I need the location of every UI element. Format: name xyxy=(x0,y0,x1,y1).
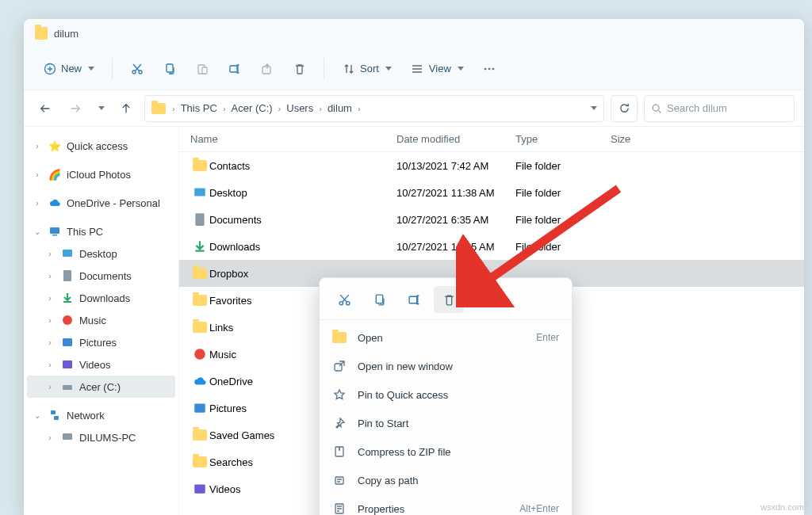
sidebar-item-desktop[interactable]: ›Desktop xyxy=(27,242,175,265)
col-size[interactable]: Size xyxy=(611,133,674,145)
properties-icon xyxy=(332,502,347,515)
view-icon xyxy=(411,62,424,75)
sidebar-item-onedrive[interactable]: ›OneDrive - Personal xyxy=(27,192,175,214)
row-icon xyxy=(190,456,209,467)
breadcrumb-seg[interactable]: This PC xyxy=(178,101,220,116)
share-button[interactable] xyxy=(252,55,282,82)
star-icon: ⭐ xyxy=(48,139,62,153)
breadcrumb-seg[interactable]: Acer (C:) xyxy=(229,101,275,116)
copy-button[interactable] xyxy=(155,55,184,82)
cut-button[interactable] xyxy=(122,55,151,82)
sort-button[interactable]: Sort xyxy=(334,55,400,82)
pictures-icon xyxy=(60,335,75,349)
ctx-zip[interactable]: Compress to ZIP file xyxy=(320,437,572,466)
ctx-open[interactable]: OpenEnter xyxy=(320,323,572,352)
row-icon xyxy=(190,482,209,496)
ctx-copy-button[interactable] xyxy=(364,286,394,313)
row-name: Downloads xyxy=(209,241,396,253)
chevron-right-icon: › xyxy=(172,104,175,113)
col-type[interactable]: Type xyxy=(515,133,611,145)
sidebar-item-acer[interactable]: ›Acer (C:) xyxy=(27,376,175,398)
sidebar-item-quick-access[interactable]: ›⭐Quick access xyxy=(27,135,175,157)
history-button[interactable] xyxy=(94,97,108,120)
ctx-pin-quick[interactable]: Pin to Quick access xyxy=(320,380,572,409)
window-title: dilum xyxy=(54,28,79,40)
row-icon xyxy=(190,295,209,306)
sidebar-item-downloads[interactable]: ›Downloads xyxy=(27,287,175,309)
table-row[interactable]: Contacts 10/13/2021 7:42 AM File folder xyxy=(179,152,804,179)
drive-icon xyxy=(60,380,75,394)
svg-point-11 xyxy=(653,105,659,111)
sidebar-item-icloud[interactable]: ›🌈iCloud Photos xyxy=(27,163,175,185)
row-icon xyxy=(190,401,209,415)
sidebar-item-music[interactable]: ›Music xyxy=(27,309,175,331)
ctx-open-new-window[interactable]: Open in new window xyxy=(320,352,572,380)
sidebar-item-network[interactable]: ⌄Network xyxy=(27,404,175,426)
plus-icon xyxy=(43,62,56,75)
rename-button[interactable] xyxy=(220,55,249,82)
ctx-copy-path[interactable]: Copy as path xyxy=(320,466,572,494)
refresh-button[interactable] xyxy=(611,95,638,122)
sidebar-item-pictures[interactable]: ›Pictures xyxy=(27,331,175,353)
search-icon xyxy=(651,103,662,114)
svg-rect-7 xyxy=(262,67,270,74)
svg-rect-19 xyxy=(63,385,72,390)
col-name[interactable]: Name xyxy=(190,133,396,145)
more-button[interactable] xyxy=(475,55,504,82)
svg-rect-31 xyxy=(409,296,417,303)
zip-icon xyxy=(332,445,347,458)
share-icon xyxy=(260,62,274,75)
svg-rect-5 xyxy=(202,67,207,74)
search-input[interactable]: Search dilum xyxy=(644,95,795,122)
back-button[interactable] xyxy=(33,97,57,120)
paste-button[interactable] xyxy=(187,55,216,82)
breadcrumb-seg[interactable]: dilum xyxy=(325,101,354,116)
trash-icon xyxy=(293,62,306,75)
ctx-pin-start[interactable]: Pin to Start xyxy=(320,409,572,437)
sidebar-item-videos[interactable]: ›Videos xyxy=(27,353,175,376)
ctx-rename-button[interactable] xyxy=(399,286,429,313)
folder-icon xyxy=(332,332,347,343)
svg-point-28 xyxy=(339,301,343,304)
delete-button[interactable] xyxy=(285,55,314,82)
icloud-icon: 🌈 xyxy=(48,167,62,181)
view-button[interactable]: View xyxy=(403,55,472,82)
sidebar-item-dilumspc[interactable]: ›DILUMS-PC xyxy=(27,426,175,448)
copypath-icon xyxy=(332,474,347,486)
row-icon xyxy=(190,160,209,171)
newwindow-icon xyxy=(332,360,347,372)
up-button[interactable] xyxy=(114,97,138,120)
row-icon xyxy=(190,212,209,227)
ctx-cut-button[interactable] xyxy=(329,286,359,313)
forward-button[interactable] xyxy=(63,97,87,120)
watermark: wsxdn.com xyxy=(760,502,804,512)
sidebar-item-documents[interactable]: ›Documents xyxy=(27,265,175,287)
row-type: File folder xyxy=(515,241,611,253)
ctx-properties[interactable]: PropertiesAlt+Enter xyxy=(320,494,572,515)
breadcrumb-seg[interactable]: Users xyxy=(284,101,316,116)
svg-rect-18 xyxy=(63,360,72,368)
view-label: View xyxy=(429,63,451,74)
col-date[interactable]: Date modified xyxy=(396,133,515,145)
svg-rect-15 xyxy=(63,270,71,281)
chevron-down-icon[interactable] xyxy=(591,106,597,110)
new-button[interactable]: New xyxy=(35,55,102,82)
table-row[interactable]: Desktop 10/27/2021 11:38 AM File folder xyxy=(179,179,804,206)
row-type: File folder xyxy=(515,187,611,199)
row-date: 10/27/2021 11:38 AM xyxy=(396,187,515,199)
svg-rect-13 xyxy=(52,235,57,236)
sidebar-item-thispc[interactable]: ⌄This PC xyxy=(27,220,175,242)
svg-rect-30 xyxy=(376,295,383,303)
separator xyxy=(112,58,113,80)
new-label: New xyxy=(61,63,82,74)
breadcrumb[interactable]: › This PC› Acer (C:)› Users› dilum› xyxy=(144,95,604,122)
table-row[interactable]: Documents 10/27/2021 6:35 AM File folder xyxy=(179,206,804,233)
star-icon xyxy=(332,388,347,401)
svg-rect-34 xyxy=(335,477,343,484)
download-icon xyxy=(60,291,75,305)
toolbar: New Sort View xyxy=(24,48,804,90)
table-row[interactable]: Downloads 10/27/2021 11:05 AM File folde… xyxy=(179,233,804,260)
svg-point-29 xyxy=(346,301,349,304)
ctx-delete-button[interactable] xyxy=(434,286,464,313)
row-icon xyxy=(190,374,209,388)
